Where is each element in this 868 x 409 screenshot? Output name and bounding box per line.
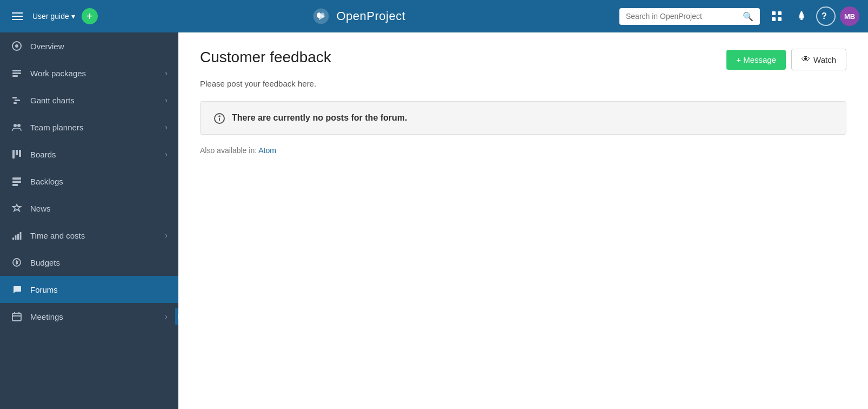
boards-arrow-icon: ›: [165, 150, 168, 159]
watch-button-label: Watch: [813, 55, 836, 64]
page-title: Customer feedback: [200, 49, 331, 66]
sidebar-item-team-planners[interactable]: Team planners ›: [0, 114, 178, 141]
team-planners-arrow-icon: ›: [165, 123, 168, 131]
grid-menu-button[interactable]: [766, 8, 787, 24]
budgets-icon: [11, 256, 23, 268]
notifications-button[interactable]: [791, 8, 812, 24]
sidebar-meetings-label: Meetings: [30, 312, 157, 321]
svg-rect-22: [12, 238, 14, 240]
logo-text: OpenProject: [336, 9, 405, 23]
svg-point-5: [801, 11, 803, 13]
time-and-costs-icon: [11, 229, 23, 241]
svg-rect-19: [12, 177, 21, 180]
hamburger-menu-button[interactable]: [9, 9, 26, 23]
sidebar-item-backlogs[interactable]: Backlogs: [0, 168, 178, 195]
bell-icon: [796, 10, 807, 22]
svg-point-14: [14, 124, 17, 127]
svg-rect-3: [778, 17, 782, 21]
svg-rect-24: [17, 234, 19, 240]
work-packages-icon: [11, 67, 23, 79]
no-posts-notice: There are currently no posts for the for…: [200, 101, 846, 135]
sidebar-item-forums[interactable]: Forums: [0, 276, 178, 303]
sidebar-item-meetings[interactable]: Meetings › ‖: [0, 303, 178, 330]
meetings-arrow-icon: ›: [165, 312, 168, 321]
svg-rect-23: [15, 235, 17, 240]
work-packages-arrow-icon: ›: [165, 69, 168, 77]
sidebar-item-boards[interactable]: Boards ›: [0, 141, 178, 168]
sidebar-item-work-packages[interactable]: Work packages ›: [0, 60, 178, 87]
sidebar-boards-label: Boards: [30, 150, 157, 159]
svg-rect-0: [772, 11, 776, 15]
main-content: Customer feedback + Message 👁 Watch Plea…: [178, 32, 868, 409]
atom-feed-link-area: Also available in: Atom: [200, 146, 846, 155]
user-guide-label: User guide: [32, 12, 69, 21]
boards-icon: [11, 148, 23, 160]
info-icon: [213, 111, 225, 124]
svg-rect-17: [16, 150, 18, 155]
chevron-down-icon: ▾: [71, 12, 75, 21]
main-layout: Overview Work packages › Gantt: [0, 32, 868, 409]
svg-rect-1: [778, 11, 782, 15]
news-icon: [11, 202, 23, 214]
watch-button[interactable]: 👁 Watch: [791, 49, 846, 70]
svg-rect-2: [772, 17, 776, 21]
sidebar-team-planners-label: Team planners: [30, 123, 157, 132]
message-button-label: + Message: [736, 55, 776, 64]
svg-point-7: [15, 44, 18, 48]
forums-icon: [11, 283, 23, 295]
new-project-button[interactable]: +: [82, 8, 98, 24]
sidebar-item-gantt-charts[interactable]: Gantt charts ›: [0, 87, 178, 114]
sidebar-forums-label: Forums: [30, 285, 168, 294]
time-costs-arrow-icon: ›: [165, 231, 168, 240]
svg-rect-10: [12, 75, 18, 77]
sidebar-backlogs-label: Backlogs: [30, 177, 168, 186]
team-planners-icon: [11, 121, 23, 133]
sidebar-news-label: News: [30, 204, 168, 213]
svg-point-30: [219, 116, 220, 117]
backlogs-icon: [11, 175, 23, 187]
message-button[interactable]: + Message: [726, 50, 786, 70]
sidebar-collapse-handle[interactable]: ‖: [175, 308, 178, 325]
sidebar: Overview Work packages › Gantt: [0, 32, 178, 409]
sidebar-item-overview[interactable]: Overview: [0, 32, 178, 60]
svg-rect-4: [800, 18, 803, 20]
sidebar-item-time-and-costs[interactable]: Time and costs ›: [0, 222, 178, 249]
content-header: Customer feedback + Message 👁 Watch: [200, 49, 846, 70]
gantt-arrow-icon: ›: [165, 96, 168, 104]
overview-icon: [11, 40, 23, 52]
grid-icon: [771, 10, 783, 22]
search-box: 🔍: [619, 8, 760, 25]
atom-feed-link[interactable]: Atom: [258, 146, 276, 155]
header-actions: + Message 👁 Watch: [726, 49, 846, 70]
svg-rect-13: [14, 102, 17, 104]
nav-icon-group: ? MB: [766, 6, 859, 26]
forum-subtitle: Please post your feedback here.: [200, 79, 846, 88]
svg-rect-8: [12, 70, 21, 71]
svg-point-15: [17, 124, 21, 127]
logo-area: OpenProject: [104, 6, 613, 26]
atom-prefix-text: Also available in:: [200, 146, 258, 155]
user-avatar-button[interactable]: MB: [840, 6, 859, 26]
avatar-initials: MB: [844, 12, 855, 21]
collapse-icon: ‖: [177, 314, 179, 319]
openproject-logo-icon: [311, 6, 331, 26]
gantt-charts-icon: [11, 94, 23, 106]
svg-rect-21: [12, 184, 18, 186]
search-icon: 🔍: [743, 11, 753, 22]
sidebar-time-costs-label: Time and costs: [30, 231, 157, 240]
search-input[interactable]: [626, 12, 738, 21]
sidebar-item-budgets[interactable]: Budgets: [0, 249, 178, 276]
sidebar-item-news[interactable]: News: [0, 195, 178, 222]
svg-rect-27: [12, 313, 21, 321]
svg-rect-9: [12, 72, 21, 74]
sidebar-gantt-label: Gantt charts: [30, 96, 157, 105]
no-posts-text: There are currently no posts for the for…: [232, 113, 408, 123]
help-button[interactable]: ?: [816, 6, 836, 26]
eye-icon: 👁: [802, 55, 810, 64]
svg-rect-12: [15, 100, 20, 101]
svg-rect-25: [20, 232, 22, 240]
sidebar-work-packages-label: Work packages: [30, 69, 157, 78]
top-navigation: User guide ▾ + OpenProject 🔍: [0, 0, 868, 32]
user-guide-button[interactable]: User guide ▾: [32, 12, 75, 21]
svg-rect-11: [12, 97, 17, 98]
